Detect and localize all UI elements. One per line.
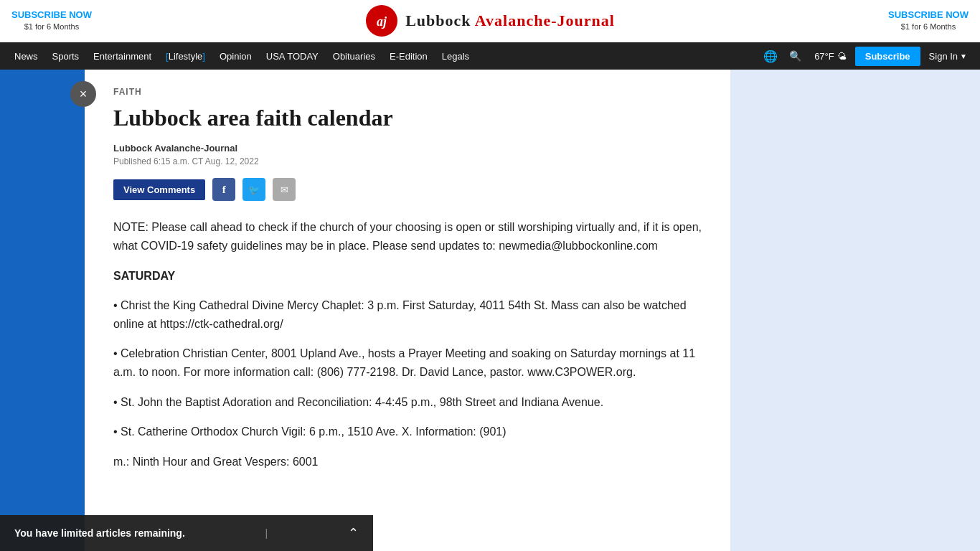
article-title: Lubbock area faith calendar: [113, 104, 702, 131]
limited-articles-text: You have limited articles remaining.: [14, 527, 185, 539]
twitter-icon: 🐦: [248, 184, 260, 195]
search-button[interactable]: 🔍: [785, 42, 806, 70]
limited-articles-bar: You have limited articles remaining. | ⌃: [0, 515, 373, 551]
article-body: NOTE: Please call ahead to check if the …: [113, 218, 702, 471]
page-wrapper: × FAITH Lubbock area faith calendar Lubb…: [0, 70, 980, 551]
nav-subscribe-button[interactable]: Subscribe: [855, 47, 920, 66]
left-advertisement: [0, 70, 85, 551]
subscribe-left-line1: SUBSCRIBE NOW: [11, 9, 92, 22]
facebook-share-button[interactable]: f: [212, 178, 235, 201]
article-paragraph-3: • St. John the Baptist Adoration and Rec…: [113, 393, 702, 412]
article-author: Lubbock Avalanche-Journal: [113, 143, 702, 154]
search-icon: 🔍: [789, 50, 801, 62]
facebook-icon: f: [222, 184, 226, 196]
lifestyle-label: Lifestyle: [169, 51, 203, 62]
lifestyle-bracket-close: ]: [202, 51, 205, 62]
article-note: NOTE: Please call ahead to check if the …: [113, 218, 702, 255]
navigation-bar: News Sports Entertainment [ Lifestyle ] …: [0, 42, 980, 70]
article-paragraph-1: • Christ the King Cathedral Divine Mercy…: [113, 296, 702, 333]
nav-item-opinion[interactable]: Opinion: [212, 42, 259, 70]
subscribe-right-line2: $1 for 6 Months: [888, 22, 969, 32]
article-paragraph-5: m.: Ninth Hour and Great Vespers: 6001: [113, 453, 702, 471]
saturday-heading: SATURDAY: [113, 267, 702, 286]
close-button[interactable]: ×: [70, 81, 96, 107]
chevron-down-icon: ▼: [960, 52, 967, 60]
article-content-area: × FAITH Lubbock area faith calendar Lubb…: [85, 70, 730, 551]
email-share-button[interactable]: ✉: [273, 178, 296, 201]
nav-item-usatoday[interactable]: USA TODAY: [259, 42, 326, 70]
weather-display: 67°F 🌤: [809, 51, 852, 62]
article-action-row: View Comments f 🐦 ✉: [113, 178, 702, 201]
logo-icon: aj: [365, 4, 398, 37]
limited-bar-separator: |: [265, 527, 268, 539]
view-comments-button[interactable]: View Comments: [113, 179, 205, 200]
logo-area: aj Lubbock Avalanche-Journal: [365, 4, 615, 37]
article-section-label: FAITH: [113, 87, 702, 97]
article-paragraph-2: • Celebration Christian Center, 8001 Upl…: [113, 344, 702, 381]
nav-right-controls: 🌐 🔍 67°F 🌤 Subscribe Sign In ▼: [759, 42, 973, 70]
weather-icon: 🌤: [837, 51, 847, 62]
nav-item-legals[interactable]: Legals: [435, 42, 476, 70]
top-subscription-bar: SUBSCRIBE NOW $1 for 6 Months aj Lubbock…: [0, 0, 980, 42]
nav-item-entertainment[interactable]: Entertainment: [86, 42, 159, 70]
nav-item-obituaries[interactable]: Obituaries: [326, 42, 382, 70]
globe-button[interactable]: 🌐: [759, 42, 782, 70]
nav-item-sports[interactable]: Sports: [45, 42, 87, 70]
logo-highlight: Avalanche-Journal: [475, 11, 615, 29]
nav-item-edition[interactable]: E-Edition: [382, 42, 435, 70]
article-publish-date: Published 6:15 a.m. CT Aug. 12, 2022: [113, 156, 702, 166]
weather-temp: 67°F: [814, 51, 834, 62]
nav-item-lifestyle[interactable]: [ Lifestyle ]: [159, 42, 212, 70]
email-icon: ✉: [281, 184, 288, 195]
right-side-area: [730, 70, 917, 551]
svg-text:aj: aj: [377, 14, 387, 29]
globe-icon: 🌐: [763, 50, 778, 63]
subscribe-right-line1: SUBSCRIBE NOW: [888, 9, 969, 22]
logo-text-content: Lubbock Avalanche-Journal: [405, 11, 615, 29]
twitter-share-button[interactable]: 🐦: [242, 178, 265, 201]
chevron-up-icon[interactable]: ⌃: [348, 525, 359, 541]
signin-button[interactable]: Sign In ▼: [923, 51, 973, 62]
signin-label: Sign In: [929, 51, 958, 62]
subscribe-right-button[interactable]: SUBSCRIBE NOW $1 for 6 Months: [888, 9, 969, 32]
article-paragraph-4: • St. Catherine Orthodox Church Vigil: 6…: [113, 423, 702, 441]
logo-text: Lubbock Avalanche-Journal: [405, 11, 615, 30]
nav-item-news[interactable]: News: [7, 42, 45, 70]
subscribe-left-line2: $1 for 6 Months: [11, 22, 92, 32]
subscribe-left-button[interactable]: SUBSCRIBE NOW $1 for 6 Months: [11, 9, 92, 32]
